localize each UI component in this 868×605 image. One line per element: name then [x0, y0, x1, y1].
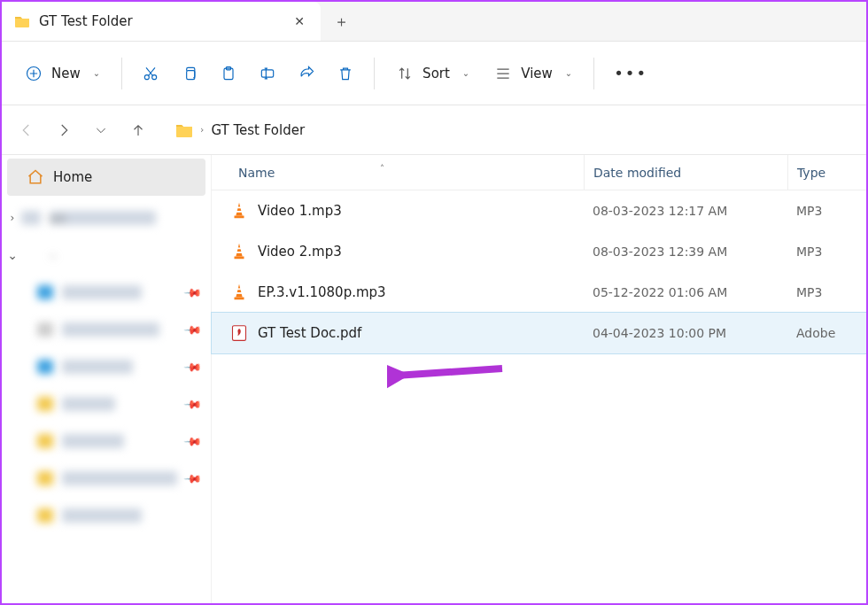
file-name: GT Test Doc.pdf	[258, 325, 361, 341]
pin-icon: 📌	[183, 320, 203, 339]
svg-rect-11	[237, 247, 242, 249]
file-icon	[229, 242, 249, 261]
forward-button[interactable]	[46, 112, 81, 148]
sidebar-item-label: Home	[53, 169, 92, 185]
separator	[121, 58, 122, 89]
file-name: EP.3.v1.1080p.mp3	[258, 284, 386, 300]
new-label: New	[51, 66, 81, 81]
file-type: Adobe	[787, 326, 866, 340]
file-type: MP3	[787, 285, 866, 299]
share-icon	[298, 65, 315, 82]
file-row[interactable]: Video 2.mp308-03-2023 12:39 AMMP3	[212, 231, 866, 272]
separator	[593, 58, 594, 89]
sort-icon	[396, 65, 414, 82]
tab-title: GT Test Folder	[39, 13, 282, 29]
view-button[interactable]: View ⌄	[484, 54, 583, 93]
file-row[interactable]: EP.3.v1.1080p.mp305-12-2022 01:06 AMMP3	[212, 272, 866, 313]
sidebar-item-home[interactable]: Home	[7, 159, 205, 196]
svg-rect-10	[235, 257, 244, 260]
sort-indicator-icon: ˄	[380, 164, 384, 174]
separator	[374, 58, 375, 89]
up-button[interactable]	[120, 112, 156, 148]
chevron-down-icon: ⌄	[565, 68, 572, 78]
new-icon	[25, 65, 43, 82]
svg-rect-7	[235, 216, 244, 219]
copy-button[interactable]	[172, 54, 207, 93]
file-name: Video 1.mp3	[258, 203, 342, 219]
cut-icon	[142, 65, 159, 82]
file-icon	[229, 201, 249, 221]
rename-button[interactable]	[250, 54, 285, 93]
svg-rect-8	[237, 206, 242, 208]
paste-button[interactable]	[211, 54, 246, 93]
sidebar-item[interactable]: 📌	[2, 385, 211, 423]
file-type: MP3	[787, 244, 866, 259]
cut-button[interactable]	[133, 54, 168, 93]
sidebar-item[interactable]: 📌	[2, 423, 211, 460]
file-date: 08-03-2023 12:17 AM	[584, 204, 787, 218]
sidebar-item[interactable]	[2, 497, 211, 534]
new-tab-button[interactable]: ＋	[321, 2, 361, 41]
pin-icon: 📌	[183, 283, 203, 302]
breadcrumb-current[interactable]: GT Test Folder	[211, 122, 305, 138]
file-date: 04-04-2023 10:00 PM	[584, 326, 787, 340]
chevron-right-icon: ›	[5, 212, 19, 224]
column-type[interactable]: Type	[787, 155, 866, 190]
sidebar-item[interactable]: 📌	[2, 460, 211, 497]
pin-icon: 📌	[183, 357, 203, 376]
sidebar: Home ›on ⌄– 📌 📌 📌 📌 📌 📌	[2, 155, 212, 603]
sidebar-item[interactable]: ›on	[2, 199, 211, 237]
chevron-down-icon: ⌄	[462, 68, 469, 78]
folder-icon	[175, 121, 193, 139]
sidebar-item[interactable]: 📌	[2, 274, 211, 311]
pin-icon: 📌	[183, 431, 203, 451]
sidebar-item[interactable]: ⌄–	[2, 237, 211, 274]
sidebar-item[interactable]: 📌	[2, 311, 211, 348]
tab-active[interactable]: GT Test Folder ✕	[2, 2, 321, 41]
chevron-right-icon: ›	[200, 124, 204, 136]
more-button[interactable]: •••	[605, 54, 656, 93]
pin-icon: 📌	[183, 394, 203, 414]
file-list-header: Name˄ Date modified Type	[212, 155, 866, 190]
back-button[interactable]	[9, 112, 44, 148]
new-button[interactable]: New ⌄	[14, 54, 111, 93]
column-date[interactable]: Date modified	[584, 155, 787, 190]
sidebar-item[interactable]: 📌	[2, 348, 211, 385]
svg-rect-12	[236, 252, 242, 253]
paste-icon	[220, 65, 237, 82]
svg-rect-14	[237, 288, 242, 290]
address-bar[interactable]: › GT Test Folder	[167, 112, 859, 148]
file-date: 05-12-2022 01:06 AM	[584, 285, 787, 299]
home-icon	[27, 168, 44, 186]
toolbar: New ⌄ Sort ⌄ View ⌄ •••	[2, 42, 866, 105]
copy-icon	[181, 65, 198, 82]
recent-button[interactable]	[83, 112, 119, 148]
close-icon[interactable]: ✕	[291, 12, 308, 30]
chevron-down-icon: ⌄	[93, 68, 100, 78]
file-row[interactable]: GT Test Doc.pdf04-04-2023 10:00 PMAdobe	[212, 313, 866, 353]
trash-icon	[337, 65, 354, 82]
svg-rect-13	[235, 298, 244, 300]
chevron-down-icon: ⌄	[5, 248, 19, 262]
file-icon	[229, 323, 249, 343]
sort-button[interactable]: Sort ⌄	[385, 54, 480, 93]
share-button[interactable]	[289, 54, 324, 93]
sort-label: Sort	[422, 66, 450, 81]
svg-rect-6	[261, 69, 273, 76]
nav-row: › GT Test Folder	[2, 105, 866, 155]
file-date: 08-03-2023 12:39 AM	[584, 244, 787, 259]
svg-rect-9	[236, 211, 242, 213]
pin-icon: 📌	[183, 469, 203, 488]
file-name: Video 2.mp3	[258, 244, 342, 260]
view-label: View	[521, 66, 553, 81]
view-icon	[494, 65, 512, 82]
file-row[interactable]: Video 1.mp308-03-2023 12:17 AMMP3	[212, 190, 866, 231]
file-type: MP3	[787, 204, 866, 218]
folder-icon	[14, 13, 30, 29]
svg-rect-15	[236, 292, 242, 294]
file-icon	[229, 283, 249, 302]
column-name[interactable]: Name˄	[212, 166, 584, 180]
rename-icon	[259, 65, 276, 82]
tab-strip: GT Test Folder ✕ ＋	[2, 2, 866, 42]
delete-button[interactable]	[328, 54, 363, 93]
